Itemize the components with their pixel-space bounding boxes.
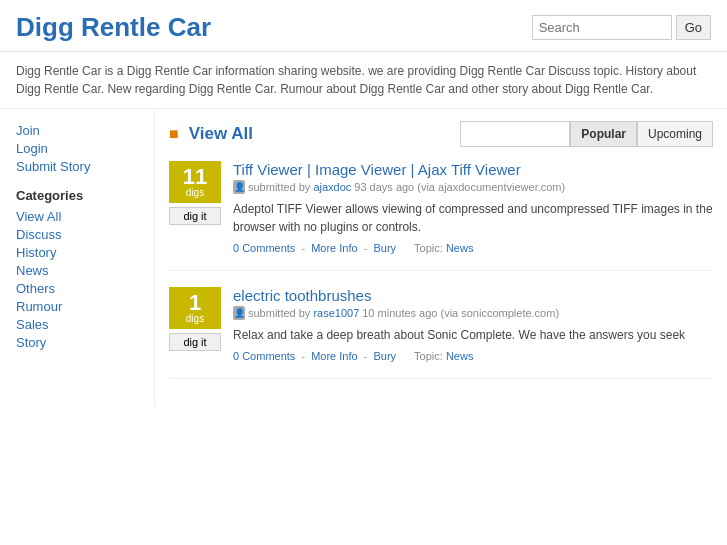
story-via: (via soniccomplete.com) — [440, 307, 559, 319]
story-username: rase1007 — [313, 307, 359, 319]
sep3 — [402, 242, 408, 254]
topic-label: Topic: — [414, 350, 443, 362]
sidebar-cat-history[interactable]: History — [16, 245, 138, 260]
categories-heading: Categories — [16, 188, 138, 203]
story-item: 11 digs dig it Tiff Viewer | Image Viewe… — [169, 161, 713, 271]
bury-link[interactable]: Bury — [373, 242, 396, 254]
popular-button[interactable]: Popular — [570, 121, 637, 147]
more-info-link[interactable]: More Info — [311, 350, 357, 362]
story-via: (via ajaxdocumentviewer.com) — [417, 181, 565, 193]
comments-link[interactable]: 0 Comments — [233, 242, 295, 254]
comments-link[interactable]: 0 Comments — [233, 350, 295, 362]
sidebar: Join Login Submit Story Categories View … — [0, 109, 155, 407]
story-description: Relax and take a deep breath about Sonic… — [233, 326, 713, 344]
digg-box: 11 digs dig it — [169, 161, 221, 225]
story-body: Tiff Viewer | Image Viewer | Ajax Tiff V… — [233, 161, 713, 254]
rss-icon: ■ — [169, 125, 179, 143]
digs-label: digs — [186, 314, 204, 324]
topic-link[interactable]: News — [446, 242, 474, 254]
sidebar-cat-story[interactable]: Story — [16, 335, 138, 350]
topic-label: Topic: — [414, 242, 443, 254]
story-title[interactable]: electric toothbrushes — [233, 287, 371, 304]
digg-number: 1 — [189, 292, 201, 314]
sep3 — [402, 350, 408, 362]
story-time: 93 days ago — [354, 181, 414, 193]
viewall-bar: ■ View All Popular Upcoming — [169, 121, 713, 147]
description-text: Digg Rentle Car is a Digg Rentle Car inf… — [16, 62, 711, 98]
more-info-link[interactable]: More Info — [311, 242, 357, 254]
story-meta: 👤 submitted by rase1007 10 minutes ago (… — [233, 306, 713, 320]
sep1: - — [301, 350, 305, 362]
go-button[interactable]: Go — [676, 15, 711, 40]
sidebar-cat-viewall[interactable]: View All — [16, 209, 138, 224]
topic-link[interactable]: News — [446, 350, 474, 362]
sidebar-item-join[interactable]: Join — [16, 123, 138, 138]
sidebar-cat-rumour[interactable]: Rumour — [16, 299, 138, 314]
submitted-by-label: submitted by — [248, 181, 310, 193]
sidebar-cat-sales[interactable]: Sales — [16, 317, 138, 332]
sidebar-cat-news[interactable]: News — [16, 263, 138, 278]
story-footer: 0 Comments - More Info - Bury Topic: New… — [233, 242, 713, 254]
digs-label: digs — [186, 188, 204, 198]
dig-it-button[interactable]: dig it — [169, 207, 221, 225]
user-icon: 👤 — [233, 180, 245, 194]
upcoming-button[interactable]: Upcoming — [637, 121, 713, 147]
digg-box: 1 digs dig it — [169, 287, 221, 351]
sidebar-item-login[interactable]: Login — [16, 141, 138, 156]
search-form: Go — [532, 15, 711, 40]
bury-link[interactable]: Bury — [373, 350, 396, 362]
digg-count-box: 1 digs — [169, 287, 221, 329]
header: Digg Rentle Car Go — [0, 0, 727, 52]
sep2: - — [364, 242, 368, 254]
story-footer: 0 Comments - More Info - Bury Topic: New… — [233, 350, 713, 362]
main-layout: Join Login Submit Story Categories View … — [0, 109, 727, 407]
categories-section: Categories View All Discuss History News… — [16, 188, 138, 350]
search-input[interactable] — [532, 15, 672, 40]
filter-input[interactable] — [460, 121, 570, 147]
sidebar-item-submit-story[interactable]: Submit Story — [16, 159, 138, 174]
filter-area: Popular Upcoming — [460, 121, 713, 147]
description-area: Digg Rentle Car is a Digg Rentle Car inf… — [0, 52, 727, 109]
sep1: - — [301, 242, 305, 254]
sidebar-cat-others[interactable]: Others — [16, 281, 138, 296]
dig-it-button[interactable]: dig it — [169, 333, 221, 351]
submitted-by-label: submitted by — [248, 307, 310, 319]
user-icon: 👤 — [233, 306, 245, 320]
site-title[interactable]: Digg Rentle Car — [16, 12, 211, 43]
story-title[interactable]: Tiff Viewer | Image Viewer | Ajax Tiff V… — [233, 161, 521, 178]
sep2: - — [364, 350, 368, 362]
story-body: electric toothbrushes 👤 submitted by ras… — [233, 287, 713, 362]
digg-count-box: 11 digs — [169, 161, 221, 203]
sidebar-cat-discuss[interactable]: Discuss — [16, 227, 138, 242]
viewall-link[interactable]: View All — [189, 124, 451, 144]
story-username: ajaxdoc — [313, 181, 351, 193]
story-item: 1 digs dig it electric toothbrushes 👤 su… — [169, 287, 713, 379]
story-description: Adeptol TIFF Viewer allows viewing of co… — [233, 200, 713, 236]
story-time: 10 minutes ago — [362, 307, 437, 319]
content-area: ■ View All Popular Upcoming 11 digs dig … — [155, 109, 727, 407]
digg-number: 11 — [183, 166, 207, 188]
story-meta: 👤 submitted by ajaxdoc 93 days ago (via … — [233, 180, 713, 194]
